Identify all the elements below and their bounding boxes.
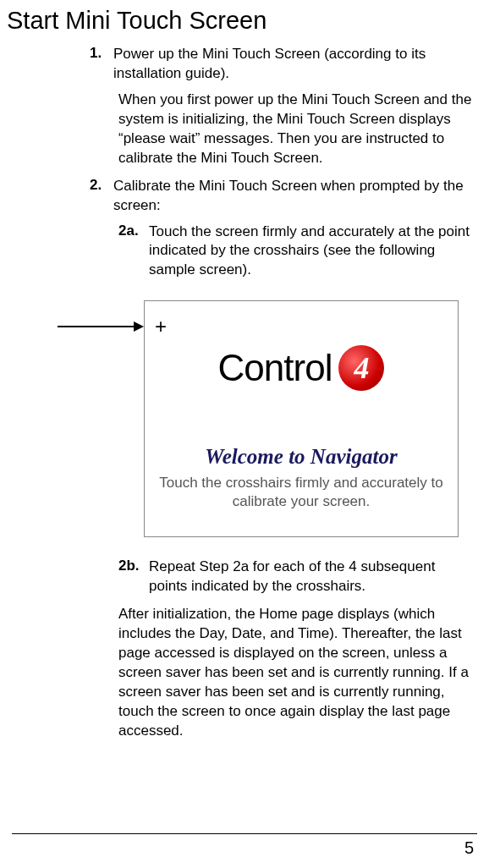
step-1: 1. Power up the Mini Touch Screen (accor… [90,45,472,84]
arrow-head-icon [134,321,144,332]
welcome-subtext: Touch the crosshairs firmly and accurate… [158,474,444,510]
arrow-line [58,326,135,327]
logo-digit: 4 [354,350,369,386]
sample-figure: + Control 4 Welcome to Navigator Touch t… [7,300,472,537]
step-1-note: When you first power up the Mini Touch S… [118,91,472,168]
step-2: 2. Calibrate the Mini Touch Screen when … [90,177,472,216]
substep-number: 2b. [118,558,149,596]
step-body: Power up the Mini Touch Screen (accordin… [113,45,472,84]
welcome-heading: Welcome to Navigator [145,445,458,469]
step-number: 1. [90,45,113,84]
footer-rule [12,833,477,834]
substep-2a: 2a. Touch the screen firmly and accurate… [118,222,472,281]
substep-2b: 2b. Repeat Step 2a for each of the 4 sub… [118,558,472,596]
section-title: Start Mini Touch Screen [7,7,472,35]
crosshair-icon: + [155,316,167,337]
logo-circle-icon: 4 [338,345,384,391]
step-body: Calibrate the Mini Touch Screen when pro… [113,177,472,216]
substep-number: 2a. [118,222,149,281]
logo-text: Control [218,347,332,389]
sample-screen: + Control 4 Welcome to Navigator Touch t… [144,300,459,537]
substep-body: Repeat Step 2a for each of the 4 subsequ… [149,558,472,596]
step-number: 2. [90,177,113,216]
step-2-after-note: After initialization, the Home page disp… [118,605,472,741]
substep-body: Touch the screen firmly and accurately a… [149,222,472,281]
logo-row: Control 4 [170,345,432,391]
page-number: 5 [464,838,474,858]
